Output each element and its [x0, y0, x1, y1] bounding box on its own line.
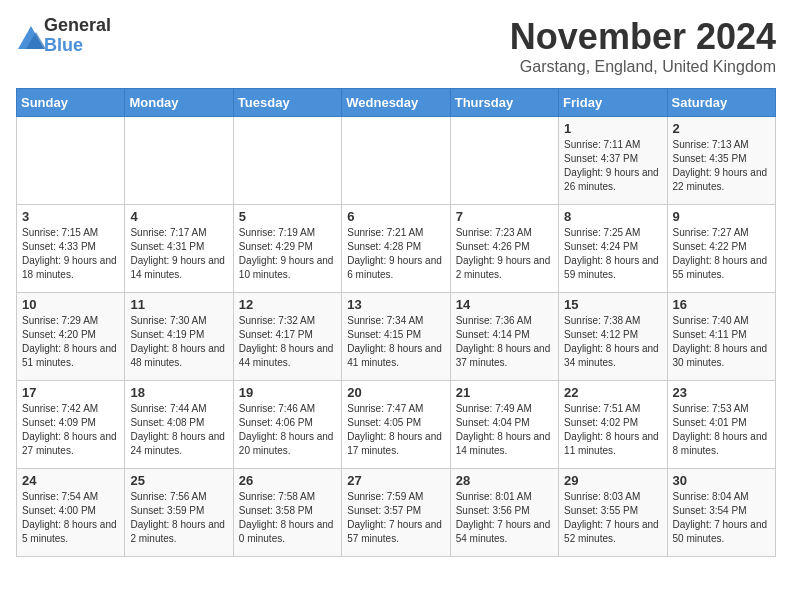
day-number: 6 — [347, 209, 444, 224]
day-info: Sunrise: 7:21 AM Sunset: 4:28 PM Dayligh… — [347, 226, 444, 282]
calendar-cell: 6Sunrise: 7:21 AM Sunset: 4:28 PM Daylig… — [342, 205, 450, 293]
calendar-week-row: 17Sunrise: 7:42 AM Sunset: 4:09 PM Dayli… — [17, 381, 776, 469]
day-number: 29 — [564, 473, 661, 488]
calendar-cell — [233, 117, 341, 205]
day-number: 28 — [456, 473, 553, 488]
day-number: 1 — [564, 121, 661, 136]
weekday-header-sunday: Sunday — [17, 89, 125, 117]
day-number: 22 — [564, 385, 661, 400]
day-info: Sunrise: 8:04 AM Sunset: 3:54 PM Dayligh… — [673, 490, 770, 546]
weekday-header-tuesday: Tuesday — [233, 89, 341, 117]
calendar-cell: 5Sunrise: 7:19 AM Sunset: 4:29 PM Daylig… — [233, 205, 341, 293]
day-number: 24 — [22, 473, 119, 488]
weekday-header-monday: Monday — [125, 89, 233, 117]
calendar-cell: 23Sunrise: 7:53 AM Sunset: 4:01 PM Dayli… — [667, 381, 775, 469]
day-info: Sunrise: 7:11 AM Sunset: 4:37 PM Dayligh… — [564, 138, 661, 194]
day-number: 16 — [673, 297, 770, 312]
calendar-cell: 13Sunrise: 7:34 AM Sunset: 4:15 PM Dayli… — [342, 293, 450, 381]
title-section: November 2024 Garstang, England, United … — [510, 16, 776, 76]
calendar-cell: 18Sunrise: 7:44 AM Sunset: 4:08 PM Dayli… — [125, 381, 233, 469]
month-title: November 2024 — [510, 16, 776, 58]
page-header: General Blue November 2024 Garstang, Eng… — [16, 16, 776, 76]
day-info: Sunrise: 7:51 AM Sunset: 4:02 PM Dayligh… — [564, 402, 661, 458]
calendar-cell — [342, 117, 450, 205]
calendar-cell: 4Sunrise: 7:17 AM Sunset: 4:31 PM Daylig… — [125, 205, 233, 293]
day-number: 25 — [130, 473, 227, 488]
day-number: 30 — [673, 473, 770, 488]
calendar-table: SundayMondayTuesdayWednesdayThursdayFrid… — [16, 88, 776, 557]
day-number: 20 — [347, 385, 444, 400]
day-number: 26 — [239, 473, 336, 488]
calendar-cell: 3Sunrise: 7:15 AM Sunset: 4:33 PM Daylig… — [17, 205, 125, 293]
calendar-cell: 16Sunrise: 7:40 AM Sunset: 4:11 PM Dayli… — [667, 293, 775, 381]
location-subtitle: Garstang, England, United Kingdom — [510, 58, 776, 76]
day-info: Sunrise: 7:44 AM Sunset: 4:08 PM Dayligh… — [130, 402, 227, 458]
day-number: 5 — [239, 209, 336, 224]
day-number: 2 — [673, 121, 770, 136]
day-number: 23 — [673, 385, 770, 400]
day-number: 27 — [347, 473, 444, 488]
calendar-cell: 25Sunrise: 7:56 AM Sunset: 3:59 PM Dayli… — [125, 469, 233, 557]
calendar-cell: 22Sunrise: 7:51 AM Sunset: 4:02 PM Dayli… — [559, 381, 667, 469]
logo-icon — [16, 24, 40, 48]
day-info: Sunrise: 8:03 AM Sunset: 3:55 PM Dayligh… — [564, 490, 661, 546]
calendar-week-row: 10Sunrise: 7:29 AM Sunset: 4:20 PM Dayli… — [17, 293, 776, 381]
calendar-cell: 8Sunrise: 7:25 AM Sunset: 4:24 PM Daylig… — [559, 205, 667, 293]
day-number: 21 — [456, 385, 553, 400]
day-info: Sunrise: 7:25 AM Sunset: 4:24 PM Dayligh… — [564, 226, 661, 282]
day-info: Sunrise: 7:56 AM Sunset: 3:59 PM Dayligh… — [130, 490, 227, 546]
weekday-header-saturday: Saturday — [667, 89, 775, 117]
day-info: Sunrise: 8:01 AM Sunset: 3:56 PM Dayligh… — [456, 490, 553, 546]
calendar-cell: 1Sunrise: 7:11 AM Sunset: 4:37 PM Daylig… — [559, 117, 667, 205]
calendar-cell — [450, 117, 558, 205]
day-info: Sunrise: 7:53 AM Sunset: 4:01 PM Dayligh… — [673, 402, 770, 458]
calendar-cell: 30Sunrise: 8:04 AM Sunset: 3:54 PM Dayli… — [667, 469, 775, 557]
day-number: 17 — [22, 385, 119, 400]
day-info: Sunrise: 7:46 AM Sunset: 4:06 PM Dayligh… — [239, 402, 336, 458]
logo-text: General Blue — [44, 16, 111, 56]
calendar-cell: 9Sunrise: 7:27 AM Sunset: 4:22 PM Daylig… — [667, 205, 775, 293]
calendar-cell: 7Sunrise: 7:23 AM Sunset: 4:26 PM Daylig… — [450, 205, 558, 293]
day-info: Sunrise: 7:13 AM Sunset: 4:35 PM Dayligh… — [673, 138, 770, 194]
calendar-cell: 19Sunrise: 7:46 AM Sunset: 4:06 PM Dayli… — [233, 381, 341, 469]
day-info: Sunrise: 7:32 AM Sunset: 4:17 PM Dayligh… — [239, 314, 336, 370]
calendar-cell: 20Sunrise: 7:47 AM Sunset: 4:05 PM Dayli… — [342, 381, 450, 469]
day-info: Sunrise: 7:49 AM Sunset: 4:04 PM Dayligh… — [456, 402, 553, 458]
calendar-cell — [125, 117, 233, 205]
calendar-cell: 26Sunrise: 7:58 AM Sunset: 3:58 PM Dayli… — [233, 469, 341, 557]
calendar-cell: 28Sunrise: 8:01 AM Sunset: 3:56 PM Dayli… — [450, 469, 558, 557]
calendar-cell: 27Sunrise: 7:59 AM Sunset: 3:57 PM Dayli… — [342, 469, 450, 557]
day-info: Sunrise: 7:58 AM Sunset: 3:58 PM Dayligh… — [239, 490, 336, 546]
day-number: 4 — [130, 209, 227, 224]
day-number: 7 — [456, 209, 553, 224]
day-info: Sunrise: 7:30 AM Sunset: 4:19 PM Dayligh… — [130, 314, 227, 370]
calendar-cell: 14Sunrise: 7:36 AM Sunset: 4:14 PM Dayli… — [450, 293, 558, 381]
day-number: 8 — [564, 209, 661, 224]
day-number: 15 — [564, 297, 661, 312]
calendar-cell: 15Sunrise: 7:38 AM Sunset: 4:12 PM Dayli… — [559, 293, 667, 381]
day-info: Sunrise: 7:59 AM Sunset: 3:57 PM Dayligh… — [347, 490, 444, 546]
day-number: 10 — [22, 297, 119, 312]
calendar-week-row: 24Sunrise: 7:54 AM Sunset: 4:00 PM Dayli… — [17, 469, 776, 557]
day-info: Sunrise: 7:27 AM Sunset: 4:22 PM Dayligh… — [673, 226, 770, 282]
logo: General Blue — [16, 16, 111, 56]
calendar-cell: 21Sunrise: 7:49 AM Sunset: 4:04 PM Dayli… — [450, 381, 558, 469]
day-info: Sunrise: 7:42 AM Sunset: 4:09 PM Dayligh… — [22, 402, 119, 458]
logo-blue: Blue — [44, 35, 83, 55]
calendar-cell: 29Sunrise: 8:03 AM Sunset: 3:55 PM Dayli… — [559, 469, 667, 557]
weekday-header-row: SundayMondayTuesdayWednesdayThursdayFrid… — [17, 89, 776, 117]
day-info: Sunrise: 7:19 AM Sunset: 4:29 PM Dayligh… — [239, 226, 336, 282]
day-info: Sunrise: 7:23 AM Sunset: 4:26 PM Dayligh… — [456, 226, 553, 282]
day-number: 13 — [347, 297, 444, 312]
day-number: 3 — [22, 209, 119, 224]
weekday-header-thursday: Thursday — [450, 89, 558, 117]
day-number: 12 — [239, 297, 336, 312]
calendar-cell: 24Sunrise: 7:54 AM Sunset: 4:00 PM Dayli… — [17, 469, 125, 557]
day-info: Sunrise: 7:17 AM Sunset: 4:31 PM Dayligh… — [130, 226, 227, 282]
calendar-cell: 10Sunrise: 7:29 AM Sunset: 4:20 PM Dayli… — [17, 293, 125, 381]
weekday-header-friday: Friday — [559, 89, 667, 117]
day-info: Sunrise: 7:36 AM Sunset: 4:14 PM Dayligh… — [456, 314, 553, 370]
day-number: 18 — [130, 385, 227, 400]
weekday-header-wednesday: Wednesday — [342, 89, 450, 117]
calendar-cell: 17Sunrise: 7:42 AM Sunset: 4:09 PM Dayli… — [17, 381, 125, 469]
